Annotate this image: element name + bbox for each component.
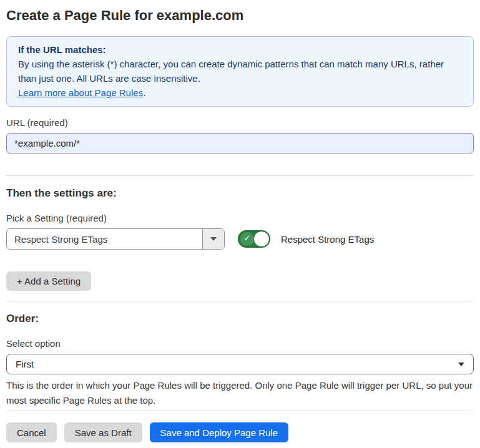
cancel-button[interactable]: Cancel [6,422,57,442]
pick-setting-label: Pick a Setting (required) [6,213,474,223]
order-select-value: First [16,359,458,369]
setting-select[interactable]: Respect Strong ETags [6,228,225,250]
info-box-link-line: Learn more about Page Rules. [18,85,462,100]
check-icon: ✓ [242,232,253,243]
url-input[interactable] [6,133,474,153]
etags-toggle[interactable]: ✓ [238,230,270,248]
setting-select-value: Respect Strong ETags [7,229,202,249]
info-box-body: By using the asterisk (*) character, you… [18,57,462,85]
save-deploy-button[interactable]: Save and Deploy Page Rule [150,422,288,442]
page-rule-form: Create a Page Rule for example.com If th… [0,0,480,442]
chevron-down-icon [210,237,217,241]
setting-select-arrow-button[interactable] [202,229,224,249]
divider [6,175,474,176]
settings-section-heading: Then the settings are: [6,187,474,200]
page-title: Create a Page Rule for example.com [6,7,474,24]
form-actions: Cancel Save as Draft Save and Deploy Pag… [6,422,474,442]
order-section-heading: Order: [6,313,474,325]
setting-row: Respect Strong ETags ✓ Respect Strong ET… [6,228,474,250]
order-help-text: This is the order in which your Page Rul… [6,378,474,408]
divider [6,301,474,301]
add-setting-button[interactable]: + Add a Setting [6,271,91,291]
link-period: . [143,87,145,98]
info-box-heading: If the URL matches: [18,42,462,57]
divider [6,411,474,411]
learn-more-link[interactable]: Learn more about Page Rules [18,87,143,98]
order-select-label: Select option [6,338,474,349]
order-select[interactable]: First [6,354,474,374]
chevron-down-icon [458,363,464,366]
url-field-label: URL (required) [6,117,474,128]
toggle-label: Respect Strong ETags [281,234,374,245]
save-draft-button[interactable]: Save as Draft [64,422,142,442]
url-match-info-box: If the URL matches: By using the asteris… [6,36,474,107]
toggle-knob [254,231,269,246]
info-box-body-text: By using the asterisk (*) character, you… [18,59,444,84]
